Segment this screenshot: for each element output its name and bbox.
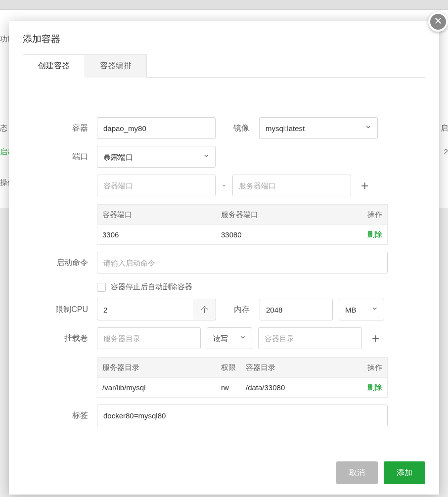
add-port-button[interactable]: + xyxy=(357,179,372,192)
th-server-dir: 服务器目录 xyxy=(102,363,221,372)
plus-icon: + xyxy=(361,178,368,193)
delete-port-link[interactable]: 删除 xyxy=(367,230,382,238)
plus-icon: + xyxy=(372,331,379,346)
cpu-unit: 个 xyxy=(193,299,216,320)
label-volume: 挂载卷 xyxy=(23,327,97,349)
server-port-input[interactable] xyxy=(232,175,351,196)
memory-unit-select[interactable]: MB xyxy=(339,299,384,320)
table-row: 3306 33080 删除 xyxy=(97,225,387,244)
label-container: 容器 xyxy=(23,117,97,139)
add-container-modal: 添加容器 创建容器 容器编排 容器 镜像 mysql:latest xyxy=(9,21,439,495)
table-header: 容器端口 服务器端口 操作 xyxy=(97,205,387,225)
delete-volume-link[interactable]: 删除 xyxy=(367,383,382,391)
add-volume-button[interactable]: + xyxy=(368,332,383,345)
label-cpu-limit: 限制CPU xyxy=(23,299,97,320)
memory-input[interactable] xyxy=(260,299,333,320)
form-scroll-area[interactable]: 容器 镜像 mysql:latest 端口 xyxy=(23,117,425,445)
th-action: 操作 xyxy=(358,363,382,372)
td-server-port: 33080 xyxy=(221,230,358,239)
tab-create-container[interactable]: 创建容器 xyxy=(23,54,85,78)
table-header: 服务器目录 权限 容器目录 操作 xyxy=(97,358,387,377)
label-start-cmd: 启动命令 xyxy=(23,252,97,273)
th-container-port: 容器端口 xyxy=(102,210,221,220)
th-container-dir: 容器目录 xyxy=(246,363,358,372)
auto-remove-checkbox[interactable] xyxy=(97,283,106,292)
modal-title: 添加容器 xyxy=(9,21,439,54)
th-server-port: 服务器端口 xyxy=(221,210,358,220)
td-container-dir: /data/33080 xyxy=(246,383,358,392)
container-name-input[interactable] xyxy=(97,117,216,139)
image-select[interactable]: mysql:latest xyxy=(259,117,378,139)
label-memory: 内存 xyxy=(222,305,254,315)
tabs: 创建容器 容器编排 xyxy=(23,54,425,78)
container-dir-input[interactable] xyxy=(258,327,362,349)
table-row: /var/lib/mysql rw /data/33080 删除 xyxy=(97,377,387,397)
tab-container-compose[interactable]: 容器编排 xyxy=(85,54,147,78)
td-server-dir: /var/lib/mysql xyxy=(102,383,221,392)
modal-overlay: 添加容器 创建容器 容器编排 容器 镜像 mysql:latest xyxy=(0,0,448,497)
cancel-button[interactable]: 取消 xyxy=(336,461,378,484)
container-port-input[interactable] xyxy=(97,175,216,196)
th-permission: 权限 xyxy=(221,363,246,372)
close-button[interactable] xyxy=(428,12,448,32)
port-table: 容器端口 服务器端口 操作 3306 33080 删除 xyxy=(97,204,388,245)
label-port: 端口 xyxy=(23,146,97,168)
cpu-limit-input[interactable] xyxy=(97,299,193,320)
volume-table: 服务器目录 权限 容器目录 操作 /var/lib/mysql rw /data… xyxy=(97,357,388,398)
auto-remove-label: 容器停止后自动删除容器 xyxy=(111,282,192,292)
modal-footer: 取消 添加 xyxy=(9,451,439,495)
label-image: 镜像 xyxy=(222,123,253,134)
start-command-input[interactable] xyxy=(97,252,388,273)
close-icon xyxy=(434,16,443,27)
dash-separator: - xyxy=(222,181,226,191)
volume-mode-select[interactable]: 读写 xyxy=(207,327,252,349)
th-action: 操作 xyxy=(358,210,382,220)
label-tag: 标签 xyxy=(23,405,97,426)
server-dir-input[interactable] xyxy=(97,327,201,349)
add-button[interactable]: 添加 xyxy=(384,461,425,484)
td-container-port: 3306 xyxy=(102,230,221,239)
tag-input[interactable] xyxy=(97,405,388,426)
port-mode-select[interactable]: 暴露端口 xyxy=(97,146,216,168)
td-permission: rw xyxy=(221,383,246,392)
